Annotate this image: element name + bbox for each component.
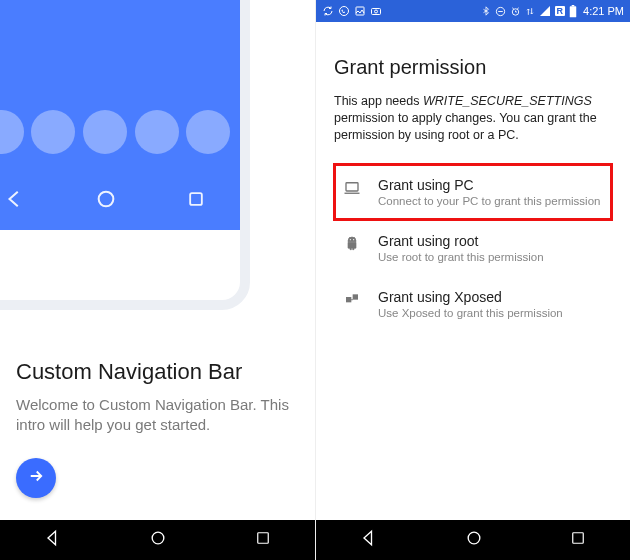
svg-point-7 (375, 10, 378, 13)
svg-rect-16 (353, 294, 358, 299)
option-subtitle: Use Xposed to grant this permission (378, 307, 563, 319)
system-navbar (0, 520, 315, 560)
hero-illustration (0, 0, 315, 335)
recents-icon (186, 189, 206, 213)
svg-rect-6 (372, 9, 381, 15)
svg-point-0 (99, 192, 114, 207)
svg-point-13 (350, 239, 351, 240)
home-icon (95, 188, 117, 214)
back-icon[interactable] (43, 528, 63, 552)
intro-title: Custom Navigation Bar (16, 359, 299, 385)
network-badge: R (555, 6, 566, 16)
svg-rect-12 (346, 182, 358, 190)
svg-rect-3 (258, 533, 269, 544)
alarm-icon (510, 6, 521, 17)
arrows-icon (525, 6, 535, 17)
svg-point-14 (353, 239, 354, 240)
page-title: Grant permission (334, 56, 612, 79)
app-dot (135, 110, 179, 154)
android-icon (342, 233, 362, 251)
signal-icon (539, 5, 551, 17)
option-grant-root[interactable]: Grant using root Use root to grant this … (334, 220, 612, 276)
svg-point-17 (468, 532, 480, 544)
intro-screen: Custom Navigation Bar Welcome to Custom … (0, 0, 315, 560)
page-description: This app needs WRITE_SECURE_SETTINGS per… (334, 93, 612, 144)
laptop-icon (342, 177, 362, 197)
svg-point-4 (340, 7, 349, 16)
option-title: Grant using Xposed (378, 289, 563, 305)
option-grant-pc[interactable]: Grant using PC Connect to your PC to gra… (334, 164, 612, 220)
option-subtitle: Use root to grant this permission (378, 251, 544, 263)
dnd-icon (495, 6, 506, 17)
back-icon[interactable] (359, 528, 379, 552)
svg-rect-1 (190, 193, 202, 205)
app-dot (186, 110, 230, 154)
option-grant-xposed[interactable]: Grant using Xposed Use Xposed to grant t… (334, 276, 612, 332)
option-title: Grant using root (378, 233, 544, 249)
app-dot (83, 110, 127, 154)
bluetooth-icon (481, 5, 491, 17)
svg-point-2 (153, 532, 165, 544)
svg-rect-18 (573, 533, 584, 544)
module-icon (342, 289, 362, 307)
status-time: 4:21 PM (583, 5, 624, 17)
intro-body: Welcome to Custom Navigation Bar. This i… (16, 395, 299, 436)
next-button[interactable] (16, 458, 56, 498)
mock-navbar (0, 175, 240, 227)
camera-icon (370, 5, 382, 17)
option-title: Grant using PC (378, 177, 600, 193)
recents-icon[interactable] (254, 529, 272, 551)
status-bar: R 4:21 PM (316, 0, 630, 22)
svg-rect-15 (346, 297, 351, 302)
permission-screen: R 4:21 PM Grant permission This app need… (315, 0, 630, 560)
battery-icon (569, 5, 577, 18)
system-navbar (316, 520, 630, 560)
back-icon (4, 188, 26, 214)
app-dot (31, 110, 75, 154)
recents-icon[interactable] (569, 529, 587, 551)
home-icon[interactable] (148, 528, 168, 552)
svg-rect-10 (570, 6, 577, 17)
image-icon (354, 5, 366, 17)
option-subtitle: Connect to your PC to grant this permiss… (378, 195, 600, 207)
whatsapp-icon (338, 5, 350, 17)
arrow-right-icon (27, 467, 45, 489)
app-dot (0, 110, 24, 154)
svg-rect-11 (572, 5, 575, 6)
home-icon[interactable] (464, 528, 484, 552)
sync-icon (322, 5, 334, 17)
